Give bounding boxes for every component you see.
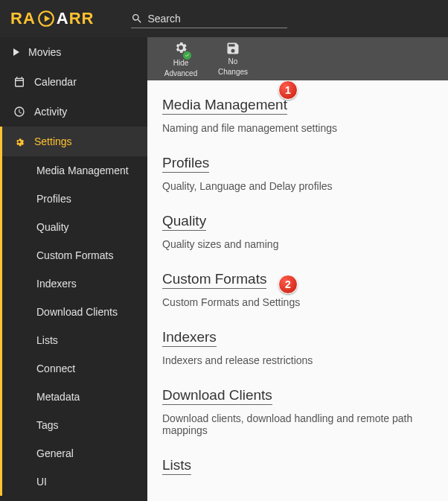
hide-advanced-button[interactable]: Hide Advanced [162,40,199,78]
sidebar-item-settings[interactable]: Settings [0,127,147,156]
sidebar-item-label: Activity [34,106,67,118]
sidebar-subitem-quality[interactable]: Quality [0,213,147,241]
callout-1: 1 [278,80,298,100]
sidebar-subitem-download-clients[interactable]: Download Clients [0,298,147,326]
search-input[interactable] [143,10,287,28]
sidebar-subitem-metadata[interactable]: Metadata [0,383,147,411]
sidebar-subitem-tags[interactable]: Tags [0,411,147,439]
section-lists: Lists [162,457,433,482]
tool-label: Advanced [164,69,197,78]
section-title[interactable]: Quality [162,213,206,231]
tool-label: Changes [218,68,248,77]
tool-label: No [228,57,238,66]
section-title[interactable]: Media Management [162,97,287,115]
save-icon [225,41,240,56]
calendar-icon [13,76,25,88]
section-title[interactable]: Download Clients [162,387,272,405]
sidebar-item-label: Settings [34,135,72,147]
section-desc: Quality sizes and naming [162,238,433,250]
section-indexers: Indexers Indexers and release restrictio… [162,329,433,366]
sidebar-item-label: Calendar [34,76,77,88]
search-icon [131,13,143,25]
tool-label: Hide [173,59,189,68]
check-icon [183,51,191,60]
app-logo[interactable]: RAARR [10,9,94,28]
section-title[interactable]: Profiles [162,155,209,173]
callout-2: 2 [278,275,298,294]
sidebar-item-label: Movies [28,46,61,58]
section-title[interactable]: Indexers [162,329,217,347]
section-media-management: Media Management Naming and file managem… [162,97,433,134]
sidebar-subitem-general[interactable]: General [0,439,147,468]
sidebar: Movies Calendar Activity Settings Media … [0,37,147,501]
section-desc: Custom Formats and Settings [162,296,433,308]
topbar: RAARR [0,0,448,37]
sidebar-item-calendar[interactable]: Calendar [0,67,147,97]
sidebar-subitem-custom-formats[interactable]: Custom Formats [0,241,147,269]
gears-icon [13,135,25,147]
toolbar: Hide Advanced No Changes [147,37,448,80]
section-desc: Download clients, download handling and … [162,412,433,436]
section-desc: Quality, Language and Delay profiles [162,180,433,192]
section-title[interactable]: Custom Formats [162,271,266,289]
play-icon [13,48,19,56]
sidebar-subitem-indexers[interactable]: Indexers [0,269,147,298]
sidebar-item-activity[interactable]: Activity [0,97,147,127]
sidebar-item-movies[interactable]: Movies [0,37,147,67]
section-quality: Quality Quality sizes and naming [162,213,433,250]
search-wrap [131,10,287,28]
sidebar-subitem-media-management[interactable]: Media Management [0,156,147,185]
main: Hide Advanced No Changes Media Managemen… [147,37,448,501]
section-desc: Indexers and release restrictions [162,354,433,366]
play-logo-icon [36,9,56,28]
section-custom-formats: Custom Formats Custom Formats and Settin… [162,271,433,308]
section-title[interactable]: Lists [162,457,191,475]
section-desc: Naming and file management settings [162,122,433,134]
content-area: Media Management Naming and file managem… [147,80,448,501]
sidebar-subitem-lists[interactable]: Lists [0,326,147,354]
sidebar-subitem-connect[interactable]: Connect [0,354,147,383]
sidebar-subitem-profiles[interactable]: Profiles [0,185,147,213]
section-download-clients: Download Clients Download clients, downl… [162,387,433,436]
section-profiles: Profiles Quality, Language and Delay pro… [162,155,433,192]
clock-icon [13,106,25,118]
no-changes-button[interactable]: No Changes [214,41,252,77]
sidebar-subitem-ui[interactable]: UI [0,468,147,496]
